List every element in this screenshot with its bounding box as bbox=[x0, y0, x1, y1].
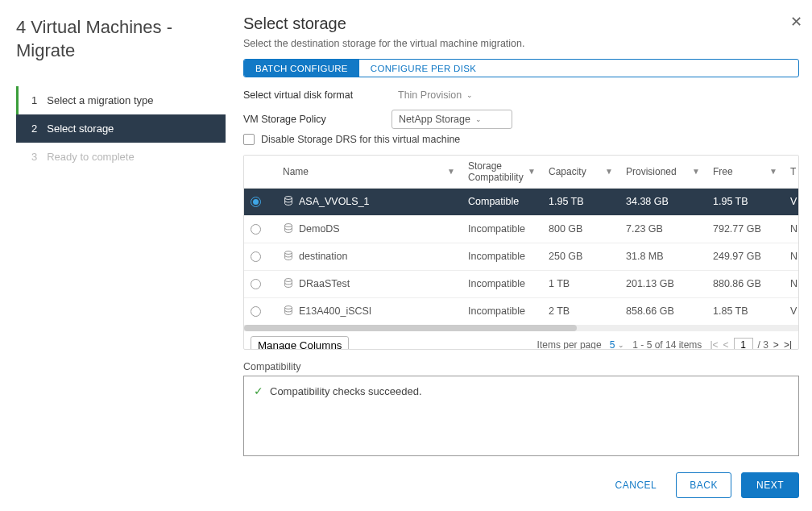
filter-icon[interactable]: ▼ bbox=[605, 167, 613, 176]
disk-format-label: Select virtual disk format bbox=[243, 89, 380, 101]
prev-page-button[interactable]: < bbox=[723, 339, 729, 350]
filter-icon[interactable]: ▼ bbox=[528, 167, 536, 176]
back-button[interactable]: BACK bbox=[676, 472, 731, 498]
wizard-sidebar: 4 Virtual Machines - Migrate 1 Select a … bbox=[0, 0, 226, 511]
cell-compat: Compatible bbox=[462, 189, 542, 214]
cell-capacity: 800 GB bbox=[542, 217, 619, 241]
disable-drs-checkbox[interactable] bbox=[243, 134, 255, 145]
filter-icon[interactable]: ▼ bbox=[769, 167, 777, 176]
row-radio[interactable] bbox=[251, 251, 261, 262]
horizontal-scrollbar[interactable] bbox=[244, 325, 798, 331]
first-page-button[interactable]: |< bbox=[710, 339, 718, 350]
filter-icon[interactable]: ▼ bbox=[447, 167, 455, 176]
col-free[interactable]: Free▼ bbox=[706, 161, 784, 182]
step-select-migration-type[interactable]: 1 Select a migration type bbox=[16, 86, 226, 114]
cell-provisioned: 7.23 GB bbox=[619, 217, 706, 241]
col-compat[interactable]: Storage Compatibility▼ bbox=[462, 156, 542, 188]
wizard-footer: CANCEL BACK NEXT bbox=[243, 456, 799, 498]
table-body: ASA_VVOLS_1Compatible1.95 TB34.38 GB1.95… bbox=[244, 189, 798, 325]
items-per-page-select[interactable]: 5⌄ bbox=[610, 339, 625, 350]
step-label: Select storage bbox=[47, 123, 114, 135]
cell-free: 792.77 GB bbox=[706, 217, 784, 241]
datastore-icon bbox=[283, 250, 294, 264]
step-select-storage[interactable]: 2 Select storage bbox=[16, 114, 226, 143]
compatibility-label: Compatibility bbox=[243, 361, 799, 372]
cell-free: 1.95 TB bbox=[706, 189, 784, 214]
svg-point-1 bbox=[285, 223, 292, 226]
chevron-down-icon: ⌄ bbox=[618, 341, 624, 349]
cell-provisioned: 858.66 GB bbox=[619, 299, 706, 323]
row-radio[interactable] bbox=[251, 306, 261, 317]
last-page-button[interactable]: >| bbox=[784, 339, 792, 350]
main-panel: ✕ Select storage Select the destination … bbox=[226, 0, 812, 511]
datastore-name: DemoDS bbox=[299, 223, 340, 235]
col-name[interactable]: Name▼ bbox=[276, 161, 462, 182]
disk-format-row: Select virtual disk format Thin Provisio… bbox=[243, 85, 799, 105]
table-row[interactable]: E13A400_iSCSIIncompatible2 TB858.66 GB1.… bbox=[244, 298, 798, 325]
step-number: 2 bbox=[31, 123, 37, 135]
datastore-table: Name▼ Storage Compatibility▼ Capacity▼ P… bbox=[243, 155, 799, 350]
close-button[interactable]: ✕ bbox=[790, 13, 802, 31]
tab-configure-per-disk[interactable]: CONFIGURE PER DISK bbox=[359, 60, 487, 77]
disk-format-value: Thin Provision bbox=[398, 89, 462, 101]
vm-storage-policy-row: VM Storage Policy NetApp Storage ⌄ bbox=[243, 110, 799, 129]
pager: |< < / 3 > >| bbox=[710, 338, 792, 350]
datastore-name: ASA_VVOLS_1 bbox=[299, 196, 370, 207]
cell-provisioned: 31.8 MB bbox=[619, 244, 706, 268]
datastore-icon bbox=[283, 277, 294, 291]
step-label: Select a migration type bbox=[47, 94, 153, 106]
vm-storage-policy-value: NetApp Storage bbox=[399, 114, 470, 125]
datastore-icon bbox=[283, 222, 294, 236]
cell-type: N bbox=[784, 217, 798, 241]
step-label: Ready to complete bbox=[47, 151, 134, 163]
col-capacity[interactable]: Capacity▼ bbox=[542, 161, 619, 182]
total-pages: / 3 bbox=[758, 339, 768, 350]
table-row[interactable]: DemoDSIncompatible800 GB7.23 GB792.77 GB… bbox=[244, 216, 798, 243]
chevron-down-icon: ⌄ bbox=[466, 91, 473, 99]
cell-type: N bbox=[784, 244, 798, 268]
table-row[interactable]: ASA_VVOLS_1Compatible1.95 TB34.38 GB1.95… bbox=[244, 189, 798, 216]
scrollbar-thumb[interactable] bbox=[244, 325, 577, 331]
cell-capacity: 2 TB bbox=[542, 299, 619, 323]
cell-provisioned: 34.38 GB bbox=[619, 189, 706, 214]
vm-storage-policy-select[interactable]: NetApp Storage ⌄ bbox=[392, 110, 512, 129]
cell-capacity: 250 GB bbox=[542, 244, 619, 268]
cancel-button[interactable]: CANCEL bbox=[606, 472, 667, 498]
vm-storage-policy-label: VM Storage Policy bbox=[243, 114, 380, 125]
row-radio[interactable] bbox=[251, 197, 261, 207]
step-number: 1 bbox=[31, 94, 37, 106]
table-header: Name▼ Storage Compatibility▼ Capacity▼ P… bbox=[244, 156, 798, 189]
tab-batch-configure[interactable]: BATCH CONFIGURE bbox=[244, 60, 359, 77]
configure-tabs: BATCH CONFIGURE CONFIGURE PER DISK bbox=[243, 59, 799, 77]
svg-point-3 bbox=[285, 278, 292, 281]
row-radio[interactable] bbox=[251, 224, 261, 235]
table-row[interactable]: destinationIncompatible250 GB31.8 MB249.… bbox=[244, 243, 798, 271]
cell-compat: Incompatible bbox=[462, 272, 542, 296]
wizard-steps: 1 Select a migration type 2 Select stora… bbox=[16, 86, 226, 171]
page-input[interactable] bbox=[734, 338, 753, 350]
next-button[interactable]: NEXT bbox=[741, 472, 799, 498]
disk-format-select[interactable]: Thin Provision ⌄ bbox=[392, 85, 512, 105]
col-provisioned[interactable]: Provisioned▼ bbox=[619, 161, 706, 182]
svg-point-2 bbox=[285, 251, 292, 254]
table-row[interactable]: DRaaSTestIncompatible1 TB201.13 GB880.86… bbox=[244, 271, 798, 298]
filter-icon[interactable]: ▼ bbox=[692, 167, 700, 176]
check-icon: ✓ bbox=[254, 384, 263, 397]
wizard-title: 4 Virtual Machines - Migrate bbox=[16, 16, 226, 62]
manage-columns-button[interactable]: Manage Columns bbox=[251, 336, 349, 350]
cell-free: 249.97 GB bbox=[706, 244, 784, 268]
cell-free: 880.86 GB bbox=[706, 272, 784, 296]
svg-point-0 bbox=[285, 196, 292, 199]
compatibility-message: Compatibility checks succeeded. bbox=[270, 385, 422, 397]
datastore-icon bbox=[283, 195, 294, 209]
next-page-button[interactable]: > bbox=[773, 339, 779, 350]
cell-compat: Incompatible bbox=[462, 244, 542, 268]
col-type[interactable]: T bbox=[784, 161, 798, 182]
row-radio[interactable] bbox=[251, 279, 261, 289]
cell-compat: Incompatible bbox=[462, 217, 542, 241]
cell-type: N bbox=[784, 272, 798, 296]
step-number: 3 bbox=[31, 151, 37, 163]
cell-capacity: 1 TB bbox=[542, 272, 619, 296]
table-footer: Manage Columns Items per page 5⌄ 1 - 5 o… bbox=[244, 331, 798, 350]
disable-drs-row: Disable Storage DRS for this virtual mac… bbox=[243, 134, 799, 145]
